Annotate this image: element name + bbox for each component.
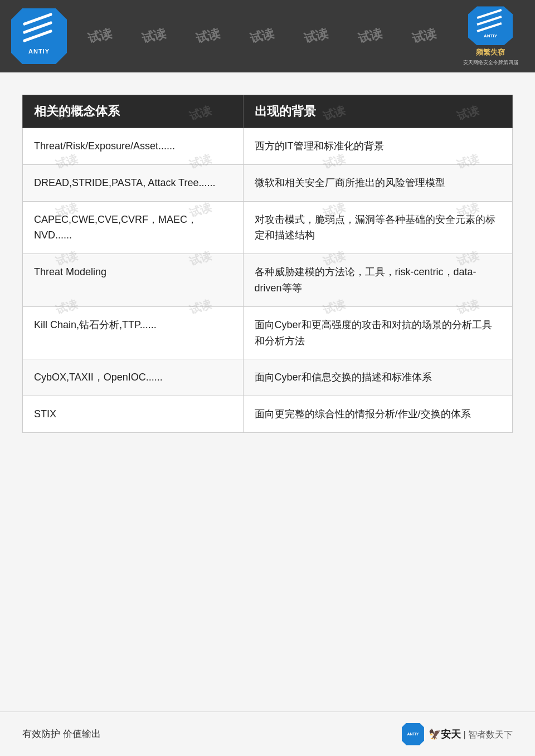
footer-logo-icon: ANTIY	[402, 723, 424, 745]
header-wm-2: 试读	[140, 25, 168, 47]
col2-header: 出现的背景	[243, 95, 512, 128]
table-row: STIX面向更完整的综合性的情报分析/作业/交换的体系	[23, 396, 513, 433]
main-content: 试读 试读 试读 试读 试读 试读 试读 试读 试读 试读 试读 试读 试读 试…	[0, 72, 535, 711]
header-bar: ANTIY 试读 试读 试读 试读 试读 试读 试读 ANTIY 频繁失窃 安天…	[0, 0, 535, 72]
footer-brand-block: 🦅安天 | 智者数天下	[429, 728, 513, 741]
header-wm-6: 试读	[356, 25, 384, 47]
col1-header: 相关的概念体系	[23, 95, 244, 128]
table-row: CybOX,TAXII，OpenIOC......面向Cyber和信息交换的描述…	[23, 359, 513, 396]
brand-top-text: 频繁失窃	[476, 47, 505, 57]
cell-right-2: 对攻击模式，脆弱点，漏洞等各种基础的安全元素的标定和描述结构	[243, 201, 512, 254]
footer-brand-main: 🦅安天	[429, 729, 461, 740]
table-row: CAPEC,CWE,CVE,CVRF，MAEC，NVD......对攻击模式，脆…	[23, 201, 513, 254]
cell-left-2: CAPEC,CWE,CVE,CVRF，MAEC，NVD......	[23, 201, 244, 254]
concept-table: 相关的概念体系 出现的背景 Threat/Risk/Exposure/Asset…	[22, 95, 513, 433]
logo: ANTIY	[11, 8, 67, 64]
logo-text: ANTIY	[28, 48, 50, 55]
table-row: Threat Modeling各种威胁建模的方法论，工具，risk-centri…	[23, 254, 513, 307]
cell-right-3: 各种威胁建模的方法论，工具，risk-centric，data-driven等等	[243, 254, 512, 307]
brand-subtitle: 安天网络安全令牌第四届	[463, 59, 518, 66]
cell-left-4: Kill Chain,钻石分析,TTP......	[23, 306, 244, 359]
cell-left-5: CybOX,TAXII，OpenIOC......	[23, 359, 244, 396]
table-row: Threat/Risk/Exposure/Asset......西方的IT管理和…	[23, 128, 513, 165]
footer-tagline: 有效防护 价值输出	[22, 728, 101, 740]
table-row: Kill Chain,钻石分析,TTP......面向Cyber和更高强度的攻击…	[23, 306, 513, 359]
cell-right-4: 面向Cyber和更高强度的攻击和对抗的场景的分析工具和分析方法	[243, 306, 512, 359]
cell-right-1: 微软和相关安全厂商所推出的风险管理模型	[243, 164, 512, 201]
footer-logo-area: ANTIY 🦅安天 | 智者数天下	[402, 723, 513, 745]
cell-right-0: 西方的IT管理和标准化的背景	[243, 128, 512, 165]
header-wm-3: 试读	[194, 25, 222, 47]
header-wm-7: 试读	[410, 25, 438, 47]
footer: 有效防护 价值输出 ANTIY 🦅安天 | 智者数天下	[0, 711, 535, 756]
header-brand: ANTIY 频繁失窃 安天网络安全令牌第四届	[454, 6, 527, 67]
header-wm-4: 试读	[248, 25, 276, 47]
header-wm-1: 试读	[85, 25, 113, 47]
table-row: DREAD,STRIDE,PASTA, Attack Tree......微软和…	[23, 164, 513, 201]
cell-left-6: STIX	[23, 396, 244, 433]
cell-left-3: Threat Modeling	[23, 254, 244, 307]
cell-left-0: Threat/Risk/Exposure/Asset......	[23, 128, 244, 165]
cell-right-6: 面向更完整的综合性的情报分析/作业/交换的体系	[243, 396, 512, 433]
cell-right-5: 面向Cyber和信息交换的描述和标准体系	[243, 359, 512, 396]
footer-brand-sub: | 智者数天下	[463, 730, 513, 739]
header-wm-5: 试读	[302, 25, 330, 47]
cell-left-1: DREAD,STRIDE,PASTA, Attack Tree......	[23, 164, 244, 201]
